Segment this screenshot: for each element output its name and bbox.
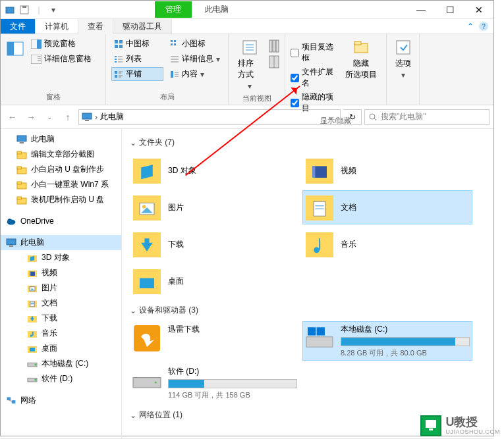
tree-item[interactable]: OneDrive xyxy=(1,214,121,228)
up-button[interactable]: ↑ xyxy=(60,109,76,125)
tree-item[interactable]: 桌面 xyxy=(1,341,121,356)
folder-icon xyxy=(16,165,27,175)
search-input[interactable]: 搜索"此电脑" xyxy=(364,109,490,125)
context-tab-label: 管理 xyxy=(155,1,192,18)
refresh-button[interactable]: ↻ xyxy=(343,109,362,125)
capacity-bar xyxy=(168,379,297,388)
svg-rect-22 xyxy=(115,75,117,78)
recent-dropdown[interactable]: ⌄ xyxy=(42,109,57,125)
tree-item[interactable]: 编辑文章部分截图 xyxy=(1,147,121,162)
item-label: 视频 xyxy=(341,165,470,176)
drive-item[interactable]: 迅雷下载 xyxy=(130,321,300,361)
drive-item[interactable]: 本地磁盘 (C:)8.28 GB 可用，共 80.0 GB xyxy=(302,321,472,361)
layout-medium[interactable]: 中图标 xyxy=(111,37,163,51)
tree-item-label: 图片 xyxy=(42,282,57,294)
tree-item[interactable]: 本地磁盘 (C:) xyxy=(1,356,121,371)
tree-item[interactable]: 文档 xyxy=(1,296,121,311)
tab-drive-tools[interactable]: 驱动器工具 xyxy=(113,19,172,34)
tree-item[interactable]: 小白一键重装 Win7 系 xyxy=(1,177,121,192)
content-area[interactable]: ⌄文件夹 (7) 3D 对象视频图片文档下载音乐桌面 ⌄设备和驱动器 (3) 迅… xyxy=(122,129,493,438)
maximize-button[interactable]: ☐ xyxy=(435,1,464,19)
tree-item[interactable]: 网络 xyxy=(1,393,121,408)
tree-item[interactable]: 下载 xyxy=(1,311,121,326)
address-field[interactable]: › 此电脑 ⌄ xyxy=(78,109,341,125)
drive-icon xyxy=(27,359,38,369)
folder-item[interactable]: 下载 xyxy=(130,227,300,261)
video-icon xyxy=(305,156,334,185)
help-icon[interactable]: ? xyxy=(479,22,488,31)
svg-rect-120 xyxy=(317,327,325,335)
ribbon-collapse-icon[interactable]: ⌃ xyxy=(467,22,474,31)
back-button[interactable]: ← xyxy=(5,109,20,125)
folder-item[interactable]: 音乐 xyxy=(302,227,472,261)
tab-computer[interactable]: 计算机 xyxy=(36,19,78,34)
item-label: 下载 xyxy=(168,239,297,250)
pc-icon xyxy=(6,238,16,248)
tree-item[interactable]: 装机吧制作启动 U 盘 xyxy=(1,192,121,207)
folder-item[interactable]: 桌面 xyxy=(130,264,300,298)
layout-content[interactable]: 内容▾ xyxy=(167,67,223,81)
nav-pane-icon[interactable] xyxy=(6,37,24,63)
options-button[interactable]: 选项▾ xyxy=(390,37,416,81)
svg-point-92 xyxy=(34,378,36,380)
hide-selected-button[interactable]: 隐藏 所选项目 xyxy=(341,37,381,82)
layout-small[interactable]: 小图标 xyxy=(167,37,223,51)
tree-item[interactable]: 软件 (D:) xyxy=(1,371,121,386)
sort-button[interactable]: 排序方式▾ xyxy=(234,37,265,92)
tree-item[interactable]: 小白启动 U 盘制作步 xyxy=(1,162,121,177)
svg-rect-61 xyxy=(17,182,21,184)
svg-rect-43 xyxy=(273,40,275,52)
folder-item[interactable]: 3D 对象 xyxy=(130,153,300,188)
section-header-folders[interactable]: ⌄文件夹 (7) xyxy=(130,137,486,148)
minimize-button[interactable]: — xyxy=(406,1,435,19)
tree-item[interactable]: 视频 xyxy=(1,265,121,280)
drive-item[interactable]: 软件 (D:)114 GB 可用，共 158 GB xyxy=(130,363,300,403)
details-pane-button[interactable]: 详细信息窗格 xyxy=(28,52,94,66)
folder-item[interactable]: 图片 xyxy=(130,190,300,224)
folder-item[interactable]: 文档 xyxy=(302,190,472,224)
svg-point-75 xyxy=(30,287,32,288)
item-label: 桌面 xyxy=(168,276,297,287)
tree-item[interactable]: 此电脑 xyxy=(1,235,121,250)
3d-icon xyxy=(132,156,161,185)
layout-detail[interactable]: 详细信息▾ xyxy=(167,52,223,66)
svg-rect-29 xyxy=(171,43,173,45)
tree-item[interactable]: 此电脑 xyxy=(1,132,121,147)
docs-icon xyxy=(27,298,38,309)
svg-rect-6 xyxy=(37,39,42,49)
tab-file[interactable]: 文件 xyxy=(1,19,36,34)
forward-button[interactable]: → xyxy=(23,109,39,125)
navigation-tree: 此电脑编辑文章部分截图小白启动 U 盘制作步小白一键重装 Win7 系装机吧制作… xyxy=(1,129,122,438)
close-button[interactable]: ✕ xyxy=(464,1,493,19)
qat-dropdown[interactable]: ▾ xyxy=(47,4,60,16)
preview-pane-button[interactable]: 预览窗格 xyxy=(28,37,94,51)
docs-icon xyxy=(305,193,334,222)
downloads-icon xyxy=(27,313,38,324)
tree-item[interactable]: 音乐 xyxy=(1,326,121,341)
size-columns-icon[interactable] xyxy=(269,55,279,68)
tree-item[interactable]: 3D 对象 xyxy=(1,250,121,265)
tree-item-label: 视频 xyxy=(42,267,57,278)
layout-list[interactable]: 列表 xyxy=(111,52,163,66)
layout-tiles[interactable]: 平铺 xyxy=(111,67,163,81)
ribbon: 预览窗格 详细信息窗格 窗格 中图标 列表 平铺 小图标 详细信息▾ 内容▾ 布… xyxy=(1,34,493,105)
capacity-bar xyxy=(341,337,470,346)
svg-rect-59 xyxy=(17,167,21,169)
tree-item-label: 3D 对象 xyxy=(42,252,70,263)
tree-item[interactable]: 图片 xyxy=(1,280,121,296)
columns-icon[interactable] xyxy=(269,39,279,53)
qat-icon[interactable] xyxy=(3,4,16,16)
folder-icon xyxy=(16,149,27,160)
path-dropdown-icon[interactable]: ⌄ xyxy=(324,113,337,122)
titlebar: | ▾ 管理 此电脑 — ☐ ✕ xyxy=(1,1,493,19)
tree-item-label: 此电脑 xyxy=(31,134,55,145)
path-segment[interactable]: 此电脑 xyxy=(100,111,124,122)
checkbox-item-checkboxes[interactable]: 项目复选框 xyxy=(291,41,337,65)
tab-view[interactable]: 查看 xyxy=(78,19,113,34)
network-icon xyxy=(6,396,16,406)
section-header-drives[interactable]: ⌄设备和驱动器 (3) xyxy=(130,305,486,316)
folder-item[interactable]: 视频 xyxy=(302,153,472,188)
svg-rect-2 xyxy=(22,6,26,8)
qat-icon[interactable] xyxy=(18,4,31,16)
tree-item-label: 小白一键重装 Win7 系 xyxy=(31,179,109,190)
